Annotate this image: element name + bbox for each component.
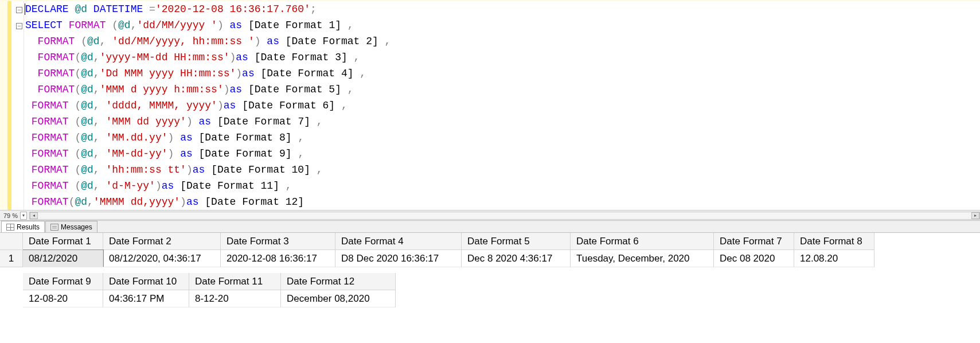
code-token-txt bbox=[75, 36, 81, 47]
code-token-txt bbox=[25, 52, 38, 63]
code-token-txt bbox=[174, 148, 180, 159]
code-token-fn: FORMAT bbox=[38, 84, 75, 95]
code-token-punc: , bbox=[360, 68, 366, 79]
col-header[interactable]: Date Format 6 bbox=[571, 233, 714, 250]
grid-cell[interactable]: 8-12-20 bbox=[189, 290, 281, 307]
code-line[interactable]: FORMAT(@d,'Dd MMM yyyy HH:mm:ss')as [Dat… bbox=[24, 65, 980, 81]
grid-cell[interactable]: D8 Dec 2020 16:36:17 bbox=[335, 250, 462, 267]
tab-results[interactable]: Results bbox=[1, 221, 45, 232]
code-token-var: @d bbox=[81, 116, 93, 127]
code-token-txt bbox=[25, 164, 32, 176]
fold-gutter[interactable]: − − bbox=[11, 1, 24, 210]
code-token-var: @d bbox=[81, 132, 93, 143]
grid-cell[interactable]: 08/12/2020, 04:36:17 bbox=[103, 250, 221, 267]
code-line[interactable]: FORMAT (@d, 'MM-dd-yy') as [Date Format … bbox=[24, 146, 980, 162]
grid-cell[interactable]: December 08,2020 bbox=[281, 290, 396, 307]
code-token-var: @d bbox=[81, 84, 93, 95]
grid-cell[interactable]: Dec 08 2020 bbox=[714, 250, 794, 267]
code-token-punc: ( bbox=[75, 116, 81, 127]
code-line[interactable]: FORMAT (@d, 'hh:mm:ss tt')as [Date Forma… bbox=[24, 162, 980, 178]
tab-results-label: Results bbox=[17, 223, 40, 231]
code-token-str: 'Dd MMM yyyy HH:mm:ss' bbox=[100, 68, 236, 79]
code-token-punc: ) bbox=[186, 116, 193, 127]
code-token-txt: [Date Format 1] bbox=[242, 20, 348, 31]
grid-cell[interactable]: 2020-12-08 16:36:17 bbox=[221, 250, 335, 267]
code-token-str: 'yyyy-MM-dd HH:mm:ss' bbox=[100, 52, 230, 63]
code-token-punc: , bbox=[348, 84, 354, 95]
code-token-txt bbox=[106, 20, 112, 31]
code-token-str: '2020-12-08 16:36:17.760' bbox=[155, 3, 310, 15]
code-token-fn: FORMAT bbox=[32, 196, 69, 208]
code-token-str: 'MM.dd.yy' bbox=[106, 132, 167, 143]
code-area[interactable]: DECLARE @d DATETIME ='2020-12-08 16:36:1… bbox=[24, 1, 980, 210]
fold-toggle-line2[interactable]: − bbox=[11, 17, 24, 33]
code-token-txt: [Date Format 7] bbox=[211, 116, 317, 127]
fold-toggle-line1[interactable]: − bbox=[11, 1, 24, 17]
code-token-kw: as bbox=[180, 148, 193, 159]
col-header[interactable]: Date Format 1 bbox=[23, 233, 103, 250]
code-token-kw: DECLARE bbox=[25, 3, 69, 15]
code-line[interactable]: FORMAT (@d, 'd-M-yy')as [Date Format 11]… bbox=[24, 178, 980, 194]
col-header[interactable]: Date Format 2 bbox=[103, 233, 221, 250]
code-token-var: @d bbox=[75, 196, 87, 208]
code-token-punc: ) bbox=[217, 100, 224, 111]
col-header[interactable]: Date Format 8 bbox=[794, 233, 874, 250]
code-token-punc: , bbox=[93, 164, 100, 176]
grid-cell[interactable]: 04:36:17 PM bbox=[103, 290, 189, 307]
code-token-txt bbox=[69, 164, 75, 176]
code-token-txt bbox=[69, 3, 75, 15]
sql-editor[interactable]: − − DECLARE @d DATETIME ='2020-12-08 16:… bbox=[0, 0, 980, 210]
code-line[interactable]: SELECT FORMAT (@d,'dd/MM/yyyy ') as [Dat… bbox=[24, 17, 980, 33]
grid-cell[interactable]: 12-08-20 bbox=[23, 290, 103, 307]
rownum-header[interactable] bbox=[0, 233, 22, 250]
code-token-txt bbox=[87, 3, 93, 15]
code-token-punc: , bbox=[131, 20, 137, 31]
col-header[interactable]: Date Format 12 bbox=[281, 273, 396, 290]
code-line[interactable]: FORMAT(@d,'MMMM dd,yyyy')as [Date Format… bbox=[24, 194, 980, 210]
code-token-txt bbox=[25, 132, 32, 143]
code-token-fn: FORMAT bbox=[69, 20, 106, 31]
code-token-txt: [Date Format 6] bbox=[236, 100, 341, 111]
code-token-txt bbox=[25, 84, 38, 95]
col-header[interactable]: Date Format 11 bbox=[189, 273, 281, 290]
scroll-right-button[interactable]: ▸ bbox=[971, 212, 979, 219]
code-token-txt bbox=[25, 180, 32, 192]
code-line[interactable]: DECLARE @d DATETIME ='2020-12-08 16:36:1… bbox=[24, 1, 980, 17]
code-token-txt bbox=[25, 68, 38, 79]
grid-cell[interactable]: Dec 8 2020 4:36:17 bbox=[462, 250, 571, 267]
code-token-txt bbox=[100, 180, 106, 192]
code-line[interactable]: FORMAT (@d, 'dddd, MMMM, yyyy')as [Date … bbox=[24, 98, 980, 114]
tab-messages[interactable]: Messages bbox=[45, 221, 97, 232]
code-line[interactable]: FORMAT(@d,'yyyy-MM-dd HH:mm:ss')as [Date… bbox=[24, 49, 980, 65]
code-line[interactable]: FORMAT(@d,'MMM d yyyy h:mm:ss')as [Date … bbox=[24, 81, 980, 98]
code-token-txt bbox=[106, 36, 112, 47]
col-header[interactable]: Date Format 4 bbox=[335, 233, 462, 250]
grid-icon bbox=[6, 224, 14, 231]
code-token-txt bbox=[100, 100, 106, 111]
zoom-dropdown[interactable]: ▾ bbox=[20, 212, 27, 220]
grid-cell[interactable]: 08/12/2020 bbox=[23, 250, 103, 267]
grid-cell[interactable]: Tuesday, December, 2020 bbox=[571, 250, 714, 267]
code-token-txt: [Date Format 3] bbox=[248, 52, 354, 63]
code-token-txt bbox=[69, 180, 75, 192]
results-grid[interactable]: 1 Date Format 1 Date Format 2 Date Forma… bbox=[0, 233, 980, 307]
col-header[interactable]: Date Format 10 bbox=[103, 273, 189, 290]
editor-horizontal-scrollbar[interactable]: ◂ ▸ bbox=[29, 212, 980, 220]
code-token-var: @d bbox=[118, 20, 131, 31]
col-header[interactable]: Date Format 5 bbox=[462, 233, 571, 250]
code-line[interactable]: FORMAT (@d, 'dd/MM/yyyy, hh:mm:ss ') as … bbox=[24, 33, 980, 49]
col-header[interactable]: Date Format 3 bbox=[221, 233, 335, 250]
rownum-cell[interactable]: 1 bbox=[0, 250, 22, 267]
code-token-punc: ) bbox=[186, 164, 193, 176]
col-header[interactable]: Date Format 9 bbox=[23, 273, 103, 290]
col-header[interactable]: Date Format 7 bbox=[714, 233, 794, 250]
code-line[interactable]: FORMAT (@d, 'MM.dd.yy') as [Date Format … bbox=[24, 130, 980, 146]
code-line[interactable]: FORMAT (@d, 'MMM dd yyyy') as [Date Form… bbox=[24, 114, 980, 130]
marker-gutter bbox=[0, 1, 8, 210]
code-token-punc: ) bbox=[180, 196, 186, 208]
grid-cell[interactable]: 12.08.20 bbox=[794, 250, 874, 267]
code-token-fn: FORMAT bbox=[32, 132, 69, 143]
code-token-punc: , bbox=[298, 132, 304, 143]
messages-icon bbox=[50, 224, 58, 231]
scroll-left-button[interactable]: ◂ bbox=[30, 212, 38, 219]
